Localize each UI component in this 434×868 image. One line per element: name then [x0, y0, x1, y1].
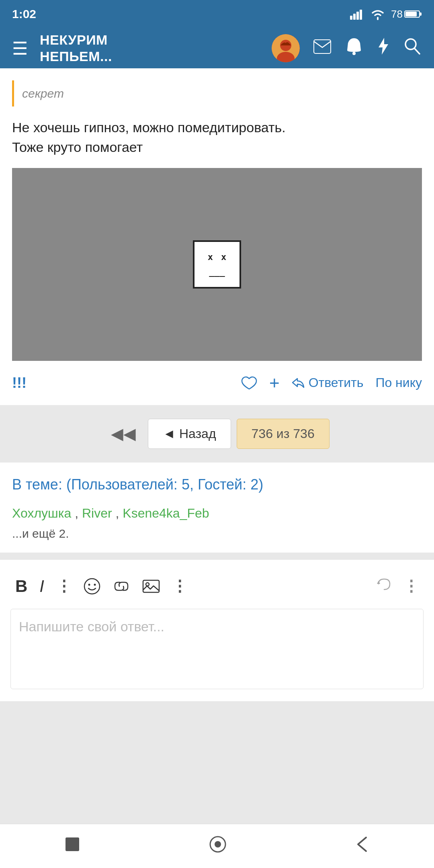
svg-line-13 [415, 49, 420, 54]
bell-svg [346, 37, 362, 55]
menu-icon[interactable]: ☰ [8, 34, 32, 63]
exclaim-button[interactable]: !!! [12, 375, 27, 391]
app-header: ☰ НЕКУРИМ НЕПЬЕМ... [0, 28, 434, 68]
reply-editor: B I ⋮ ⋮ [0, 560, 434, 701]
header-title: НЕКУРИМ НЕПЬЕМ... [40, 32, 264, 65]
search-icon[interactable] [399, 35, 426, 62]
svg-point-11 [352, 52, 356, 55]
reply-icon [292, 377, 305, 389]
prev-page-button[interactable]: ◄ Назад [148, 419, 231, 449]
editor-toolbar: B I ⋮ ⋮ [10, 569, 424, 605]
reply-button[interactable]: Ответить [292, 375, 364, 390]
svg-rect-5 [420, 12, 422, 16]
post-body-text: Не хочешь гипноз, можно помедитировать. … [12, 118, 422, 158]
emoji-icon [84, 578, 100, 595]
prev-page-label: ◄ Назад [163, 426, 216, 441]
battery-level: 78 [391, 8, 403, 20]
svg-rect-0 [350, 16, 352, 20]
svg-point-14 [84, 579, 100, 594]
back-button[interactable] [339, 830, 386, 862]
battery-outline [404, 9, 422, 19]
more-button[interactable]: ⋮ [167, 575, 192, 598]
image-icon [142, 579, 160, 594]
stop-icon [64, 836, 81, 853]
svg-point-15 [88, 583, 90, 585]
by-nick-button[interactable]: По нику [375, 375, 422, 390]
bottom-spacer [0, 701, 434, 745]
bold-button[interactable]: B [10, 574, 32, 598]
user-link-1[interactable]: River [82, 506, 112, 520]
lightning-icon[interactable] [371, 34, 395, 63]
mail-icon[interactable] [308, 35, 337, 61]
post-card: секрет Не хочешь гипноз, можно помедитир… [0, 68, 434, 405]
search-svg [404, 38, 420, 55]
svg-rect-17 [143, 580, 159, 592]
post-actions: !!! + Ответить По нику [12, 373, 422, 393]
svg-point-21 [215, 841, 221, 848]
broken-image-icon: x x ___ [193, 240, 241, 289]
link-icon [113, 581, 130, 592]
reply-placeholder: Напишите свой ответ... [19, 619, 164, 634]
broken-image-eyes: x x [208, 252, 227, 262]
plus-button[interactable]: + [269, 373, 280, 393]
svg-rect-19 [66, 837, 79, 851]
stop-button[interactable] [48, 830, 97, 862]
signal-icon [350, 8, 364, 20]
pagination-bar: ◀◀ ◄ Назад 736 из 736 [0, 405, 434, 463]
users-list: Хохлушка , River , Ksene4ka_Feb [12, 504, 422, 523]
like-icon [241, 375, 257, 391]
first-page-button[interactable]: ◀◀ [104, 420, 142, 447]
like-button[interactable] [241, 375, 257, 391]
avatar-image [272, 34, 300, 62]
link-button[interactable] [108, 578, 135, 594]
users-section: В теме: (Пользователей: 5, Гостей: 2) Хо… [0, 463, 434, 553]
home-icon [209, 835, 227, 853]
quote-block: секрет [12, 80, 422, 106]
status-bar: 1:02 78 [0, 0, 434, 28]
svg-rect-1 [353, 14, 356, 20]
svg-rect-6 [405, 12, 417, 16]
users-more: ...и ещё 2. [12, 527, 422, 540]
reply-input[interactable]: Напишите свой ответ... [10, 609, 424, 689]
text-more-button[interactable]: ⋮ [51, 575, 76, 598]
undo-icon [375, 577, 391, 592]
back-icon [355, 836, 370, 853]
italic-button[interactable]: I [35, 574, 49, 598]
bottom-nav [0, 824, 434, 868]
status-time: 1:02 [12, 7, 36, 21]
status-icons: 78 [350, 8, 422, 20]
battery-icon: 78 [391, 8, 422, 20]
wifi-icon [370, 8, 385, 20]
post-image: x x ___ [12, 168, 422, 361]
mail-svg [313, 39, 331, 54]
right-more-button[interactable]: ⋮ [399, 575, 424, 598]
undo-button[interactable] [371, 574, 396, 598]
user-link-2[interactable]: Ksene4ka_Feb [123, 506, 209, 520]
image-button[interactable] [137, 576, 165, 596]
home-button[interactable] [193, 830, 243, 863]
svg-point-16 [94, 583, 96, 585]
bell-icon[interactable] [341, 34, 367, 62]
lightning-svg [377, 37, 389, 55]
reply-label: Ответить [309, 375, 364, 390]
header-actions [308, 34, 426, 63]
svg-rect-2 [356, 12, 359, 20]
users-section-title: В теме: (Пользователей: 5, Гостей: 2) [12, 475, 422, 495]
quote-text: секрет [22, 87, 64, 100]
svg-point-12 [405, 39, 416, 49]
avatar[interactable] [272, 34, 300, 62]
emoji-button[interactable] [79, 575, 105, 597]
svg-rect-10 [314, 40, 331, 53]
current-page: 736 из 736 [237, 419, 330, 449]
svg-rect-3 [360, 10, 362, 20]
svg-point-18 [146, 583, 149, 586]
user-link-0[interactable]: Хохлушка [12, 506, 71, 520]
